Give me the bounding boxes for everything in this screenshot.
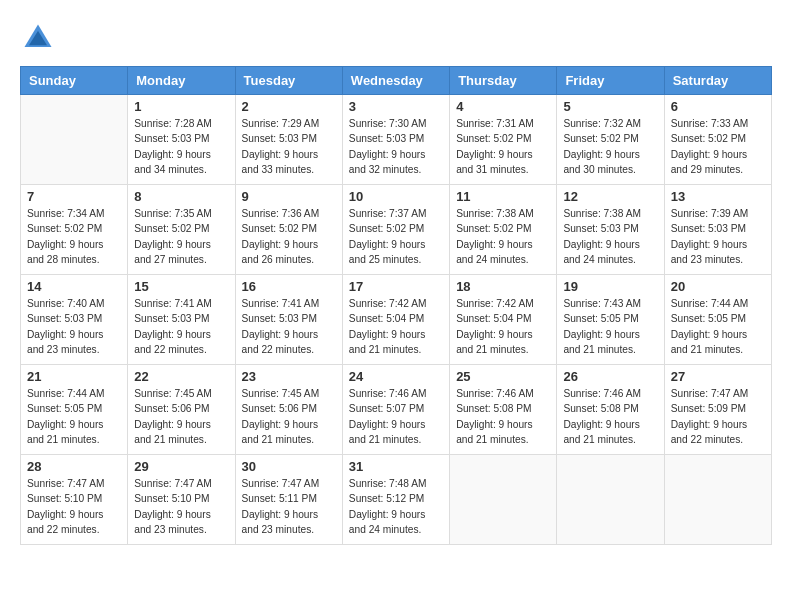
- day-info: Sunrise: 7:47 AM Sunset: 5:09 PM Dayligh…: [671, 386, 765, 447]
- calendar-day-cell: 18Sunrise: 7:42 AM Sunset: 5:04 PM Dayli…: [450, 275, 557, 365]
- calendar-day-cell: 4Sunrise: 7:31 AM Sunset: 5:02 PM Daylig…: [450, 95, 557, 185]
- day-info: Sunrise: 7:46 AM Sunset: 5:08 PM Dayligh…: [563, 386, 657, 447]
- day-info: Sunrise: 7:44 AM Sunset: 5:05 PM Dayligh…: [671, 296, 765, 357]
- day-info: Sunrise: 7:42 AM Sunset: 5:04 PM Dayligh…: [456, 296, 550, 357]
- day-info: Sunrise: 7:37 AM Sunset: 5:02 PM Dayligh…: [349, 206, 443, 267]
- calendar-day-cell: 29Sunrise: 7:47 AM Sunset: 5:10 PM Dayli…: [128, 455, 235, 545]
- day-number: 20: [671, 279, 765, 294]
- day-info: Sunrise: 7:45 AM Sunset: 5:06 PM Dayligh…: [242, 386, 336, 447]
- day-number: 9: [242, 189, 336, 204]
- calendar-day-cell: 31Sunrise: 7:48 AM Sunset: 5:12 PM Dayli…: [342, 455, 449, 545]
- calendar-day-cell: 30Sunrise: 7:47 AM Sunset: 5:11 PM Dayli…: [235, 455, 342, 545]
- day-number: 15: [134, 279, 228, 294]
- calendar-table: SundayMondayTuesdayWednesdayThursdayFrid…: [20, 66, 772, 545]
- calendar-week-row: 14Sunrise: 7:40 AM Sunset: 5:03 PM Dayli…: [21, 275, 772, 365]
- logo: [20, 20, 58, 56]
- calendar-day-cell: 8Sunrise: 7:35 AM Sunset: 5:02 PM Daylig…: [128, 185, 235, 275]
- day-info: Sunrise: 7:42 AM Sunset: 5:04 PM Dayligh…: [349, 296, 443, 357]
- day-info: Sunrise: 7:31 AM Sunset: 5:02 PM Dayligh…: [456, 116, 550, 177]
- day-number: 1: [134, 99, 228, 114]
- calendar-day-cell: 15Sunrise: 7:41 AM Sunset: 5:03 PM Dayli…: [128, 275, 235, 365]
- day-info: Sunrise: 7:43 AM Sunset: 5:05 PM Dayligh…: [563, 296, 657, 357]
- day-number: 2: [242, 99, 336, 114]
- day-info: Sunrise: 7:30 AM Sunset: 5:03 PM Dayligh…: [349, 116, 443, 177]
- day-number: 12: [563, 189, 657, 204]
- calendar-day-cell: 27Sunrise: 7:47 AM Sunset: 5:09 PM Dayli…: [664, 365, 771, 455]
- day-info: Sunrise: 7:47 AM Sunset: 5:11 PM Dayligh…: [242, 476, 336, 537]
- day-number: 29: [134, 459, 228, 474]
- calendar-week-row: 7Sunrise: 7:34 AM Sunset: 5:02 PM Daylig…: [21, 185, 772, 275]
- day-info: Sunrise: 7:33 AM Sunset: 5:02 PM Dayligh…: [671, 116, 765, 177]
- day-info: Sunrise: 7:28 AM Sunset: 5:03 PM Dayligh…: [134, 116, 228, 177]
- calendar-day-cell: 11Sunrise: 7:38 AM Sunset: 5:02 PM Dayli…: [450, 185, 557, 275]
- day-info: Sunrise: 7:47 AM Sunset: 5:10 PM Dayligh…: [27, 476, 121, 537]
- day-number: 30: [242, 459, 336, 474]
- day-info: Sunrise: 7:47 AM Sunset: 5:10 PM Dayligh…: [134, 476, 228, 537]
- calendar-day-cell: 2Sunrise: 7:29 AM Sunset: 5:03 PM Daylig…: [235, 95, 342, 185]
- calendar-day-cell: 17Sunrise: 7:42 AM Sunset: 5:04 PM Dayli…: [342, 275, 449, 365]
- day-info: Sunrise: 7:48 AM Sunset: 5:12 PM Dayligh…: [349, 476, 443, 537]
- calendar-day-cell: 21Sunrise: 7:44 AM Sunset: 5:05 PM Dayli…: [21, 365, 128, 455]
- calendar-day-cell: 12Sunrise: 7:38 AM Sunset: 5:03 PM Dayli…: [557, 185, 664, 275]
- calendar-day-cell: [450, 455, 557, 545]
- day-number: 3: [349, 99, 443, 114]
- day-number: 27: [671, 369, 765, 384]
- day-info: Sunrise: 7:41 AM Sunset: 5:03 PM Dayligh…: [134, 296, 228, 357]
- day-number: 6: [671, 99, 765, 114]
- day-number: 28: [27, 459, 121, 474]
- calendar-day-cell: 23Sunrise: 7:45 AM Sunset: 5:06 PM Dayli…: [235, 365, 342, 455]
- day-info: Sunrise: 7:46 AM Sunset: 5:08 PM Dayligh…: [456, 386, 550, 447]
- day-number: 8: [134, 189, 228, 204]
- calendar-week-row: 21Sunrise: 7:44 AM Sunset: 5:05 PM Dayli…: [21, 365, 772, 455]
- calendar-day-cell: [557, 455, 664, 545]
- day-number: 31: [349, 459, 443, 474]
- day-number: 14: [27, 279, 121, 294]
- day-number: 17: [349, 279, 443, 294]
- calendar-day-cell: 25Sunrise: 7:46 AM Sunset: 5:08 PM Dayli…: [450, 365, 557, 455]
- weekday-header: Sunday: [21, 67, 128, 95]
- day-number: 13: [671, 189, 765, 204]
- day-number: 10: [349, 189, 443, 204]
- day-number: 21: [27, 369, 121, 384]
- day-info: Sunrise: 7:38 AM Sunset: 5:02 PM Dayligh…: [456, 206, 550, 267]
- weekday-header: Tuesday: [235, 67, 342, 95]
- calendar-day-cell: [21, 95, 128, 185]
- calendar-header-row: SundayMondayTuesdayWednesdayThursdayFrid…: [21, 67, 772, 95]
- day-number: 5: [563, 99, 657, 114]
- day-number: 22: [134, 369, 228, 384]
- day-info: Sunrise: 7:34 AM Sunset: 5:02 PM Dayligh…: [27, 206, 121, 267]
- calendar-week-row: 1Sunrise: 7:28 AM Sunset: 5:03 PM Daylig…: [21, 95, 772, 185]
- day-number: 16: [242, 279, 336, 294]
- calendar-day-cell: 10Sunrise: 7:37 AM Sunset: 5:02 PM Dayli…: [342, 185, 449, 275]
- day-info: Sunrise: 7:40 AM Sunset: 5:03 PM Dayligh…: [27, 296, 121, 357]
- day-number: 25: [456, 369, 550, 384]
- calendar-day-cell: 3Sunrise: 7:30 AM Sunset: 5:03 PM Daylig…: [342, 95, 449, 185]
- calendar-day-cell: 28Sunrise: 7:47 AM Sunset: 5:10 PM Dayli…: [21, 455, 128, 545]
- day-number: 4: [456, 99, 550, 114]
- day-number: 19: [563, 279, 657, 294]
- day-number: 23: [242, 369, 336, 384]
- calendar-day-cell: 22Sunrise: 7:45 AM Sunset: 5:06 PM Dayli…: [128, 365, 235, 455]
- day-info: Sunrise: 7:35 AM Sunset: 5:02 PM Dayligh…: [134, 206, 228, 267]
- weekday-header: Friday: [557, 67, 664, 95]
- calendar-day-cell: 9Sunrise: 7:36 AM Sunset: 5:02 PM Daylig…: [235, 185, 342, 275]
- calendar-day-cell: 5Sunrise: 7:32 AM Sunset: 5:02 PM Daylig…: [557, 95, 664, 185]
- day-info: Sunrise: 7:32 AM Sunset: 5:02 PM Dayligh…: [563, 116, 657, 177]
- day-info: Sunrise: 7:29 AM Sunset: 5:03 PM Dayligh…: [242, 116, 336, 177]
- calendar-day-cell: 16Sunrise: 7:41 AM Sunset: 5:03 PM Dayli…: [235, 275, 342, 365]
- day-number: 26: [563, 369, 657, 384]
- calendar-day-cell: [664, 455, 771, 545]
- calendar-day-cell: 26Sunrise: 7:46 AM Sunset: 5:08 PM Dayli…: [557, 365, 664, 455]
- calendar-day-cell: 6Sunrise: 7:33 AM Sunset: 5:02 PM Daylig…: [664, 95, 771, 185]
- day-number: 18: [456, 279, 550, 294]
- page-header: [20, 20, 772, 56]
- weekday-header: Wednesday: [342, 67, 449, 95]
- logo-icon: [20, 20, 56, 56]
- weekday-header: Thursday: [450, 67, 557, 95]
- day-info: Sunrise: 7:46 AM Sunset: 5:07 PM Dayligh…: [349, 386, 443, 447]
- day-number: 24: [349, 369, 443, 384]
- weekday-header: Monday: [128, 67, 235, 95]
- calendar-day-cell: 19Sunrise: 7:43 AM Sunset: 5:05 PM Dayli…: [557, 275, 664, 365]
- day-info: Sunrise: 7:39 AM Sunset: 5:03 PM Dayligh…: [671, 206, 765, 267]
- calendar-day-cell: 20Sunrise: 7:44 AM Sunset: 5:05 PM Dayli…: [664, 275, 771, 365]
